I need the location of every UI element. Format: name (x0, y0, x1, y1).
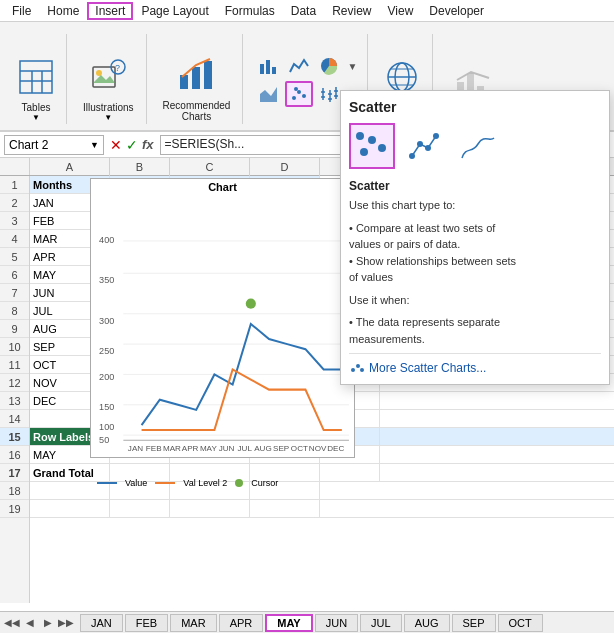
area-chart-button[interactable] (255, 81, 283, 107)
menu-review[interactable]: Review (324, 2, 379, 20)
tab-jan[interactable]: JAN (80, 614, 123, 632)
svg-rect-0 (20, 61, 52, 93)
chart-area[interactable]: Chart 400 350 300 250 200 150 100 50 (90, 178, 355, 458)
menu-data[interactable]: Data (283, 2, 324, 20)
scatter-popup-title: Scatter (349, 99, 601, 115)
row-num-12[interactable]: 12 (0, 374, 29, 392)
tables-button[interactable]: Tables ▼ (14, 57, 58, 124)
cancel-formula-icon[interactable]: ✕ (110, 137, 122, 153)
scatter-desc-title: Scatter (349, 179, 601, 193)
scatter-chart-button[interactable] (285, 81, 313, 107)
svg-point-76 (356, 364, 360, 368)
scatter-smooth-button[interactable] (453, 123, 499, 169)
tab-jun[interactable]: JUN (315, 614, 358, 632)
svg-text:MAY: MAY (200, 444, 218, 453)
cell-19a[interactable] (30, 500, 110, 517)
sheet-tabs: ◀◀ ◀ ▶ ▶▶ JAN FEB MAR APR MAY JUN JUL AU… (0, 611, 614, 633)
pie-chart-button[interactable] (315, 53, 343, 79)
row-num-6[interactable]: 6 (0, 266, 29, 284)
col-header-a[interactable]: A (30, 158, 110, 176)
row-num-16[interactable]: 16 (0, 446, 29, 464)
row-num-3[interactable]: 3 (0, 212, 29, 230)
col-header-b[interactable]: B (110, 158, 170, 176)
tab-nav-last[interactable]: ▶▶ (58, 615, 74, 631)
svg-point-19 (302, 94, 306, 98)
svg-text:400: 400 (99, 235, 114, 245)
row-num-4[interactable]: 4 (0, 230, 29, 248)
menu-home[interactable]: Home (39, 2, 87, 20)
tab-oct[interactable]: OCT (498, 614, 543, 632)
chart-svg: 400 350 300 250 200 150 100 50 JA (91, 195, 354, 473)
legend-cursor: Cursor (251, 478, 278, 488)
svg-point-18 (297, 90, 301, 94)
scatter-dots-button[interactable] (349, 123, 395, 169)
illustrations-icon: ? (90, 59, 126, 100)
svg-text:SEP: SEP (273, 444, 289, 453)
cell-19d[interactable] (250, 500, 320, 517)
tab-feb[interactable]: FEB (125, 614, 168, 632)
line-chart-button[interactable] (285, 53, 313, 79)
svg-text:250: 250 (99, 346, 114, 356)
tab-jul[interactable]: JUL (360, 614, 402, 632)
sheet-tab-nav: ◀◀ ◀ ▶ ▶▶ (4, 615, 74, 631)
more-scatter-label: More Scatter Charts... (369, 361, 486, 375)
chart-legend: Value Val Level 2 Cursor (91, 476, 354, 490)
cell-19c[interactable] (170, 500, 250, 517)
row-number-header (0, 158, 30, 175)
charts-dropdown-icon: ▼ (345, 61, 359, 72)
insert-function-icon[interactable]: fx (142, 137, 154, 152)
svg-text:200: 200 (99, 372, 114, 382)
menu-file[interactable]: File (4, 2, 39, 20)
menu-insert[interactable]: Insert (87, 2, 133, 20)
name-box[interactable]: Chart 2 ▼ (4, 135, 104, 155)
svg-text:OCT: OCT (291, 444, 308, 453)
col-header-d[interactable]: D (250, 158, 320, 176)
svg-point-68 (368, 136, 376, 144)
row-num-1[interactable]: 1 (0, 176, 29, 194)
row-num-19[interactable]: 19 (0, 500, 29, 518)
scatter-lines-button[interactable] (401, 123, 447, 169)
row-num-11[interactable]: 11 (0, 356, 29, 374)
row-numbers: 1 2 3 4 5 6 7 8 9 10 11 12 13 14 15 16 1… (0, 176, 30, 603)
svg-rect-13 (266, 60, 270, 74)
svg-point-75 (351, 368, 355, 372)
menu-pagelayout[interactable]: Page Layout (133, 2, 216, 20)
menu-formulas[interactable]: Formulas (217, 2, 283, 20)
tab-mar[interactable]: MAR (170, 614, 216, 632)
svg-point-77 (360, 368, 364, 372)
row-num-5[interactable]: 5 (0, 248, 29, 266)
row-num-8[interactable]: 8 (0, 302, 29, 320)
col-header-c[interactable]: C (170, 158, 250, 176)
row-num-9[interactable]: 9 (0, 320, 29, 338)
row-num-17[interactable]: 17 (0, 464, 29, 482)
illustrations-button[interactable]: ? Illustrations ▼ (79, 57, 138, 124)
svg-text:100: 100 (99, 422, 114, 432)
recommended-charts-button[interactable]: Recommended Charts (159, 55, 235, 124)
row-num-10[interactable]: 10 (0, 338, 29, 356)
row-num-15[interactable]: 15 (0, 428, 29, 446)
chart-title: Chart (91, 179, 354, 195)
confirm-formula-icon[interactable]: ✓ (126, 137, 138, 153)
svg-text:APR: APR (182, 444, 199, 453)
row-num-14[interactable]: 14 (0, 410, 29, 428)
svg-text:FEB: FEB (146, 444, 162, 453)
tab-nav-first[interactable]: ◀◀ (4, 615, 20, 631)
more-scatter-charts-link[interactable]: More Scatter Charts... (349, 353, 601, 376)
tab-aug[interactable]: AUG (404, 614, 450, 632)
tab-nav-next[interactable]: ▶ (40, 615, 56, 631)
menu-developer[interactable]: Developer (421, 2, 492, 20)
tab-may[interactable]: MAY (265, 614, 312, 632)
tab-nav-prev[interactable]: ◀ (22, 615, 38, 631)
bar-chart-button[interactable] (255, 53, 283, 79)
row-num-7[interactable]: 7 (0, 284, 29, 302)
row-num-2[interactable]: 2 (0, 194, 29, 212)
tab-sep[interactable]: SEP (452, 614, 496, 632)
ribbon-group-tables: Tables ▼ (6, 34, 67, 124)
row-num-18[interactable]: 18 (0, 482, 29, 500)
tab-apr[interactable]: APR (219, 614, 264, 632)
menu-view[interactable]: View (380, 2, 422, 20)
svg-rect-12 (260, 64, 264, 74)
recommended-charts-label: Recommended Charts (163, 100, 231, 122)
cell-19b[interactable] (110, 500, 170, 517)
row-num-13[interactable]: 13 (0, 392, 29, 410)
